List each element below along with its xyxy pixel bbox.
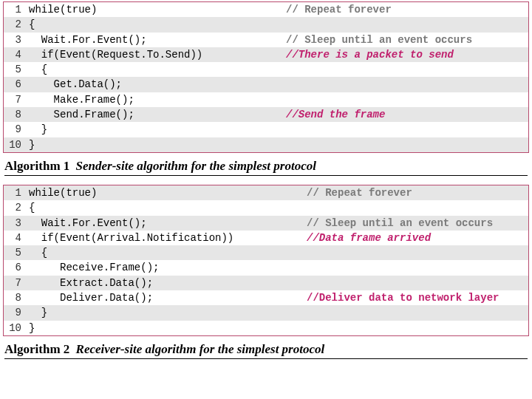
line-number: 10 [4, 137, 29, 152]
code-comment: // Repeat forever [282, 2, 392, 17]
code-line: 8 Deliver.Data();//Deliver data to netwo… [4, 290, 528, 305]
code-line: 7 Make.Frame(); [4, 92, 528, 107]
code-text: } [29, 122, 528, 137]
code-text: while(true) [29, 2, 528, 17]
caption-algorithm-1: Algorithm 1 Sender-site algorithm for th… [4, 159, 528, 176]
code-text: { [29, 245, 528, 260]
code-text: } [29, 305, 528, 320]
code-line: 5 { [4, 62, 528, 77]
code-line: 7 Extract.Data(); [4, 276, 528, 290]
line-number: 4 [4, 231, 29, 245]
line-number: 7 [4, 92, 29, 107]
code-text: Make.Frame(); [29, 92, 528, 107]
code-block-receiver: 1while(true)// Repeat forever2{3 Wait.Fo… [3, 185, 529, 336]
code-text: while(true) [29, 185, 528, 200]
line-number: 10 [4, 321, 29, 335]
caption-1-desc: Sender-site algorithm for the simplest p… [76, 159, 316, 173]
code-line: 3 Wait.For.Event();// Sleep until an eve… [4, 33, 528, 47]
line-number: 2 [4, 200, 29, 215]
caption-algorithm-2: Algorithm 2 Receiver-site algorithm for … [4, 342, 528, 359]
code-comment: //Deliver data to network layer [302, 290, 499, 305]
code-comment: // Sleep until an event occurs [282, 33, 472, 47]
code-line: 2{ [4, 200, 528, 215]
line-number: 3 [4, 216, 29, 231]
code-text: { [29, 17, 528, 32]
code-line: 8 Send.Frame();//Send the frame [4, 107, 528, 122]
code-text: { [29, 200, 528, 215]
code-text: } [29, 137, 528, 152]
code-comment: // Sleep until an event occurs [302, 216, 493, 231]
code-line: 3 Wait.For.Event();// Sleep until an eve… [4, 216, 528, 231]
line-number: 8 [4, 290, 29, 305]
code-block-sender: 1while(true)// Repeat forever2{3 Wait.Fo… [3, 1, 529, 153]
caption-2-label: Algorithm 2 [4, 342, 69, 356]
line-number: 2 [4, 17, 29, 32]
line-number: 6 [4, 77, 29, 92]
code-line: 1while(true)// Repeat forever [4, 185, 528, 200]
code-line: 10} [4, 137, 528, 152]
code-line: 5 { [4, 245, 528, 260]
line-number: 3 [4, 33, 29, 47]
code-line: 10} [4, 321, 528, 335]
line-number: 9 [4, 305, 29, 320]
code-line: 6 Receive.Frame(); [4, 260, 528, 275]
code-text: Receive.Frame(); [29, 260, 528, 275]
code-line: 4 if(Event(Arrival.Notification))//Data … [4, 231, 528, 245]
line-number: 8 [4, 107, 29, 122]
line-number: 9 [4, 122, 29, 137]
line-number: 4 [4, 47, 29, 62]
code-comment: //Send the frame [282, 107, 385, 122]
code-line: 6 Get.Data(); [4, 77, 528, 92]
code-comment: //There is a packet to send [282, 47, 454, 62]
caption-2-desc: Receiver-site algorithm for the simplest… [76, 342, 325, 356]
code-text: if(Event(Arrival.Notification)) [29, 231, 528, 245]
caption-1-label: Algorithm 1 [4, 159, 69, 173]
line-number: 7 [4, 276, 29, 290]
code-line: 4 if(Event(Request.To.Send))//There is a… [4, 47, 528, 62]
code-comment: //Data frame arrived [302, 231, 431, 245]
line-number: 5 [4, 245, 29, 260]
code-text: } [29, 321, 528, 335]
code-line: 2{ [4, 17, 528, 32]
code-text: Get.Data(); [29, 77, 528, 92]
code-line: 1while(true)// Repeat forever [4, 2, 528, 17]
line-number: 1 [4, 185, 29, 200]
code-line: 9 } [4, 305, 528, 320]
code-text: Extract.Data(); [29, 276, 528, 290]
code-comment: // Repeat forever [302, 185, 412, 200]
code-text: { [29, 62, 528, 77]
line-number: 5 [4, 62, 29, 77]
line-number: 6 [4, 260, 29, 275]
line-number: 1 [4, 2, 29, 17]
code-line: 9 } [4, 122, 528, 137]
code-text: Send.Frame(); [29, 107, 528, 122]
